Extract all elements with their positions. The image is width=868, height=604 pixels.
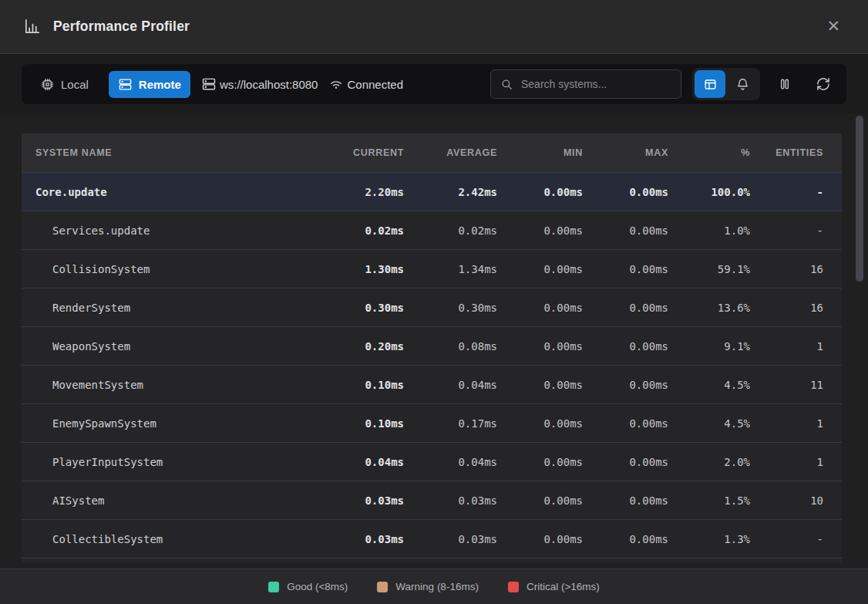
current-cell: 0.20ms xyxy=(338,340,422,353)
legend-item-critical: Critical (>16ms) xyxy=(508,581,600,592)
refresh-button[interactable] xyxy=(809,70,837,98)
max-cell: 0.00ms xyxy=(601,456,687,468)
column-header-average: AVERAGE xyxy=(422,147,516,158)
percent-cell: 13.6% xyxy=(687,302,769,314)
title-bar: Performance Profiler ✕ xyxy=(0,0,868,54)
entities-cell: - xyxy=(769,533,842,545)
close-button[interactable]: ✕ xyxy=(822,15,845,38)
system-name-cell: Services.update xyxy=(22,224,338,237)
system-name-cell: CollectibleSystem xyxy=(22,533,338,545)
connection-status: Connected xyxy=(328,76,403,92)
bar-chart-icon xyxy=(23,18,41,35)
system-name-cell: MovementSystem xyxy=(22,379,338,391)
max-cell: 0.00ms xyxy=(601,302,687,314)
table-row[interactable]: CollisionSystem 1.30ms 1.34ms 0.00ms 0.0… xyxy=(22,249,842,288)
column-header-max: MAX xyxy=(601,147,687,158)
vertical-scrollbar[interactable] xyxy=(855,114,864,569)
table-icon xyxy=(703,77,718,92)
min-cell: 0.00ms xyxy=(516,417,601,430)
entities-cell: 11 xyxy=(769,379,842,391)
min-cell: 0.00ms xyxy=(516,456,601,468)
critical-swatch xyxy=(508,582,519,592)
refresh-icon xyxy=(816,76,831,92)
legend-item-warning: Warning (8-16ms) xyxy=(377,581,479,592)
percent-cell: 4.5% xyxy=(687,379,769,391)
server-icon xyxy=(118,77,133,92)
max-cell: 0.00ms xyxy=(601,379,687,391)
percent-cell: 4.5% xyxy=(687,417,769,430)
legend-footer: Good (<8ms) Warning (8-16ms) Critical (>… xyxy=(0,569,868,604)
table-row[interactable]: EnemySpawnSystem 0.10ms 0.17ms 0.00ms 0.… xyxy=(22,403,842,442)
good-label: Good (<8ms) xyxy=(287,581,348,592)
max-cell: 0.00ms xyxy=(601,340,687,353)
table-row[interactable]: Core.update 2.20ms 2.42ms 0.00ms 0.00ms … xyxy=(22,172,842,211)
table-view-button[interactable] xyxy=(695,70,725,98)
system-name-cell: AISystem xyxy=(22,494,338,507)
system-name-cell: RenderSystem xyxy=(22,302,338,314)
average-cell: 0.04ms xyxy=(422,456,516,468)
local-mode-button[interactable]: Local xyxy=(31,71,98,98)
view-toggle-group xyxy=(692,68,760,100)
table-row[interactable]: Services.update 0.02ms 0.02ms 0.00ms 0.0… xyxy=(22,211,842,249)
toolbar-strip: Local Remote w xyxy=(0,54,868,114)
table-row[interactable]: CollectibleSystem 0.03ms 0.03ms 0.00ms 0… xyxy=(22,519,842,558)
remote-mode-label: Remote xyxy=(139,78,181,91)
current-cell: 0.04ms xyxy=(338,456,422,468)
column-header-percent: % xyxy=(687,147,769,158)
min-cell: 0.00ms xyxy=(516,533,601,545)
average-cell: 0.04ms xyxy=(422,379,516,391)
entities-cell: 10 xyxy=(769,494,842,507)
average-cell: 2.42ms xyxy=(422,186,516,198)
system-name-cell: CollisionSystem xyxy=(22,263,338,275)
websocket-url: ws://localhost:8080 xyxy=(201,76,318,92)
system-name-cell: PlayerInputSystem xyxy=(22,456,338,468)
percent-cell: 9.1% xyxy=(687,340,769,353)
max-cell: 0.00ms xyxy=(601,263,687,275)
critical-label: Critical (>16ms) xyxy=(527,581,600,592)
average-cell: 0.02ms xyxy=(422,224,516,237)
profiler-content: SYSTEM NAME CURRENT AVERAGE MIN MAX % EN… xyxy=(0,114,868,569)
min-cell: 0.00ms xyxy=(516,263,601,275)
current-cell: 0.10ms xyxy=(338,379,422,391)
current-cell: 2.20ms xyxy=(338,186,422,198)
percent-cell: 59.1% xyxy=(687,263,769,275)
max-cell: 0.00ms xyxy=(601,224,687,237)
table-row[interactable]: RenderSystem 0.30ms 0.30ms 0.00ms 0.00ms… xyxy=(22,288,842,326)
bell-icon xyxy=(735,77,750,92)
max-cell: 0.00ms xyxy=(601,533,687,545)
entities-cell: - xyxy=(769,224,842,237)
scrollbar-thumb[interactable] xyxy=(856,116,863,282)
pause-button[interactable] xyxy=(771,70,799,98)
alerts-button[interactable] xyxy=(727,70,758,98)
system-name-cell: WeaponSystem xyxy=(22,340,338,353)
column-header-entities: ENTITIES xyxy=(769,147,842,158)
min-cell: 0.00ms xyxy=(516,379,601,391)
max-cell: 0.00ms xyxy=(601,186,687,198)
entities-cell: 1 xyxy=(769,340,842,353)
table-row[interactable]: AISystem 0.03ms 0.03ms 0.00ms 0.00ms 1.5… xyxy=(22,481,842,519)
average-cell: 0.08ms xyxy=(422,340,516,353)
min-cell: 0.00ms xyxy=(516,186,601,198)
clipped-table-row xyxy=(22,558,842,562)
column-header-system-name: SYSTEM NAME xyxy=(22,147,338,158)
max-cell: 0.00ms xyxy=(601,417,687,430)
min-cell: 0.00ms xyxy=(516,302,601,314)
legend-item-good: Good (<8ms) xyxy=(268,581,348,592)
server-icon xyxy=(201,76,218,92)
good-swatch xyxy=(268,582,279,592)
percent-cell: 1.5% xyxy=(687,494,769,507)
search-icon xyxy=(500,78,513,91)
system-name-cell: EnemySpawnSystem xyxy=(22,417,338,430)
table-row[interactable]: WeaponSystem 0.20ms 0.08ms 0.00ms 0.00ms… xyxy=(22,326,842,365)
table-row[interactable]: PlayerInputSystem 0.04ms 0.04ms 0.00ms 0… xyxy=(22,442,842,481)
connection-status-text: Connected xyxy=(347,78,403,91)
warning-swatch xyxy=(377,582,388,592)
average-cell: 0.17ms xyxy=(422,417,516,430)
average-cell: 0.03ms xyxy=(422,494,516,507)
table-row[interactable]: MovementSystem 0.10ms 0.04ms 0.00ms 0.00… xyxy=(22,365,842,403)
remote-mode-button[interactable]: Remote xyxy=(109,71,190,98)
cpu-icon xyxy=(40,77,55,92)
system-name-cell: Core.update xyxy=(22,186,338,198)
average-cell: 0.30ms xyxy=(422,302,516,314)
search-input[interactable] xyxy=(521,78,671,90)
